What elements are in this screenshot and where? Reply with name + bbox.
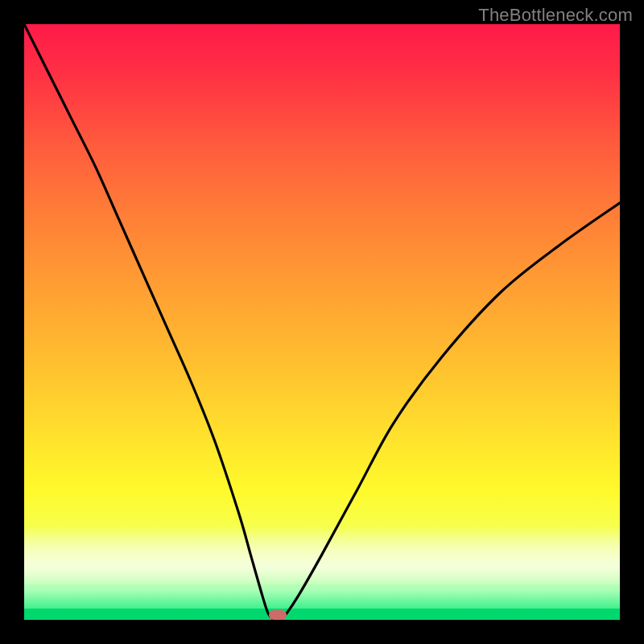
chart-frame: TheBottleneck.com — [0, 0, 644, 644]
watermark-text: TheBottleneck.com — [478, 5, 633, 26]
bottleneck-curve — [24, 24, 620, 620]
plot-area — [24, 24, 620, 620]
optimum-marker — [269, 610, 287, 620]
